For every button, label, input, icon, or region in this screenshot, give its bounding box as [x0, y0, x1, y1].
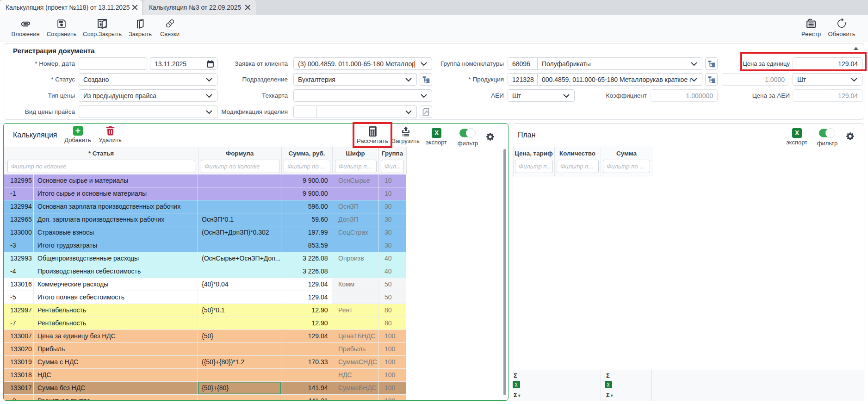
svg-text:Σ: Σ [607, 382, 610, 387]
svg-text:Σ: Σ [515, 382, 518, 387]
svg-text:X: X [794, 130, 799, 137]
svg-text:X: X [434, 130, 439, 137]
